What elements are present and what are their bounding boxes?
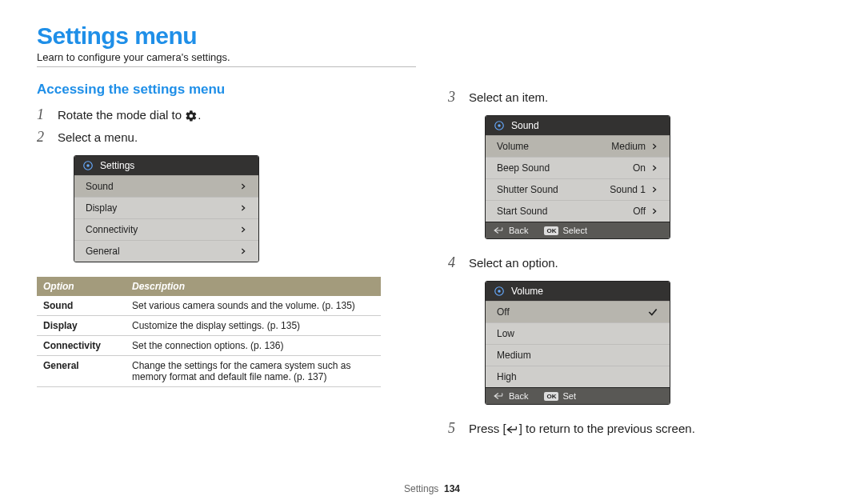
svg-point-5 — [498, 290, 501, 293]
table-header-description: Description — [126, 277, 381, 296]
option-desc: Set the connection options. (p. 136) — [126, 336, 381, 356]
footer-back[interactable]: Back — [494, 226, 528, 235]
step-number: 3 — [448, 88, 462, 106]
chevron-right-icon — [239, 224, 247, 235]
menu-item-label: Shutter Sound — [497, 184, 558, 195]
back-arrow-icon — [506, 425, 519, 434]
chevron-right-icon — [650, 206, 658, 217]
check-icon — [647, 306, 658, 318]
panel-header: Sound — [486, 116, 670, 135]
volume-option-off[interactable]: Off — [486, 301, 670, 322]
volume-options-panel: Volume Off Low Medium High Back — [485, 281, 670, 405]
volume-option-medium[interactable]: Medium — [486, 344, 670, 366]
menu-item-label: Medium — [497, 350, 531, 361]
footer-set[interactable]: OK Set — [544, 391, 576, 401]
menu-item-label: Sound — [86, 181, 114, 192]
footer-page-number: 134 — [444, 483, 460, 494]
footer-select[interactable]: OK Select — [544, 226, 587, 235]
chevron-right-icon — [650, 184, 658, 195]
step-number: 4 — [448, 254, 462, 272]
option-name: Sound — [37, 296, 126, 316]
step-text: Select an item. — [469, 88, 548, 107]
chevron-right-icon — [239, 202, 247, 214]
back-arrow-icon — [494, 226, 505, 234]
footer-back-label: Back — [509, 226, 528, 235]
footer-section: Settings — [404, 483, 438, 494]
table-row: Display Customize the display settings. … — [37, 316, 381, 336]
gear-icon — [185, 110, 198, 122]
footer-back[interactable]: Back — [494, 391, 528, 401]
panel-header: Volume — [486, 282, 670, 301]
step-1: 1 Rotate the mode dial to . — [37, 106, 416, 125]
ok-button-icon: OK — [544, 392, 558, 401]
sound-item-shutter[interactable]: Shutter Sound Sound 1 — [486, 178, 670, 200]
settings-menu-panel: Settings Sound Display Connectivity Gene… — [74, 155, 259, 262]
step-2: 2 Select a menu. — [37, 128, 416, 147]
sound-item-beep[interactable]: Beep Sound On — [486, 157, 670, 178]
chevron-right-icon — [239, 181, 247, 192]
step1-suffix: . — [198, 108, 201, 122]
step5-suffix: ] to return to the previous screen. — [519, 422, 695, 435]
page-footer: Settings 134 — [0, 483, 864, 494]
gear-icon — [494, 286, 505, 297]
option-desc: Change the settings for the camera syste… — [126, 356, 381, 387]
menu-item-label: Off — [497, 306, 510, 318]
menu-item-label: General — [86, 246, 120, 257]
step-number: 2 — [37, 128, 51, 146]
menu-item-label: Connectivity — [86, 224, 138, 235]
gear-icon — [82, 160, 94, 171]
menu-item-sound[interactable]: Sound — [74, 175, 258, 197]
option-name: General — [37, 356, 126, 387]
sound-item-volume[interactable]: Volume Medium — [486, 135, 670, 157]
menu-item-display[interactable]: Display — [74, 197, 258, 218]
option-desc: Customize the display settings. (p. 135) — [126, 316, 381, 336]
svg-point-3 — [498, 124, 501, 127]
option-name: Display — [37, 316, 126, 336]
table-row: Connectivity Set the connection options.… — [37, 336, 381, 356]
option-name: Connectivity — [37, 336, 126, 356]
chevron-right-icon — [650, 141, 658, 152]
section-heading: Accessing the settings menu — [37, 82, 416, 98]
table-header-option: Option — [37, 277, 126, 296]
footer-set-label: Set — [562, 391, 576, 401]
menu-item-general[interactable]: General — [74, 240, 258, 262]
footer-back-label: Back — [509, 391, 528, 401]
step-4: 4 Select an option. — [448, 254, 827, 273]
options-table: Option Description Sound Set various cam… — [37, 277, 381, 387]
step5-prefix: Press [ — [469, 422, 506, 435]
step-number: 5 — [448, 419, 462, 438]
menu-item-connectivity[interactable]: Connectivity — [74, 218, 258, 240]
menu-item-value: Medium — [611, 141, 646, 152]
menu-item-label: Low — [497, 328, 514, 339]
svg-point-1 — [86, 164, 90, 167]
menu-item-label: Start Sound — [497, 206, 547, 217]
footer-select-label: Select — [562, 226, 587, 235]
menu-item-value: On — [633, 162, 646, 174]
step-3: 3 Select an item. — [448, 88, 827, 107]
step-number: 1 — [37, 106, 51, 124]
step-text: Select an option. — [469, 254, 558, 273]
back-arrow-icon — [494, 392, 505, 400]
gear-icon — [494, 120, 505, 131]
chevron-right-icon — [650, 162, 658, 174]
step1-prefix: Rotate the mode dial to — [58, 108, 185, 122]
chevron-right-icon — [239, 246, 247, 257]
page-title: Settings menu — [37, 22, 416, 50]
volume-option-low[interactable]: Low — [486, 322, 670, 344]
page-subtitle: Learn to configure your camera's setting… — [37, 51, 416, 67]
menu-item-label: Display — [86, 202, 117, 214]
step-text: Select a menu. — [58, 128, 138, 147]
step-text: Rotate the mode dial to . — [58, 106, 201, 125]
step-5: 5 Press [ ] to return to the previous sc… — [448, 419, 827, 438]
panel-footer: Back OK Select — [486, 222, 670, 238]
table-row: Sound Set various camera sounds and the … — [37, 296, 381, 316]
menu-item-label: High — [497, 371, 517, 382]
panel-header: Settings — [74, 156, 258, 175]
volume-option-high[interactable]: High — [486, 366, 670, 387]
option-desc: Set various camera sounds and the volume… — [126, 296, 381, 316]
menu-item-label: Beep Sound — [497, 162, 550, 174]
step-text: Press [ ] to return to the previous scre… — [469, 419, 695, 438]
sound-item-start[interactable]: Start Sound Off — [486, 200, 670, 222]
menu-item-value: Sound 1 — [610, 184, 646, 195]
panel-title: Volume — [511, 286, 543, 297]
